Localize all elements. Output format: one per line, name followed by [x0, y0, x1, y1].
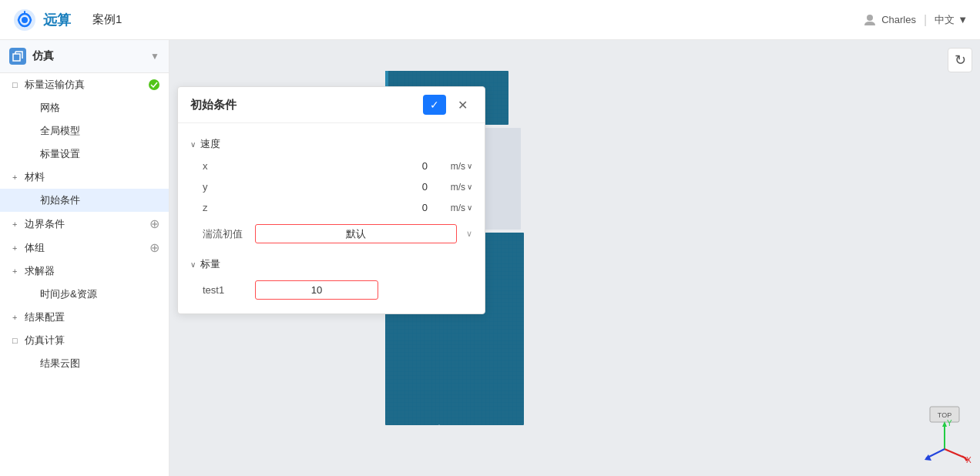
- cube-icon: [9, 48, 26, 65]
- label-y: y: [203, 181, 218, 193]
- sidebar-label-initial-conditions: 初始条件: [40, 193, 159, 207]
- content-area: 初始条件 ✓ ✕ ∨ 速度 x 0 m/s ∨ y 0 m/s ∨: [169, 40, 980, 476]
- section-label-speed: 速度: [200, 137, 220, 151]
- axis-indicator: TOP Y X: [918, 403, 972, 464]
- sidebar-item-time-step[interactable]: 时间步&资源: [0, 283, 169, 306]
- label-x: x: [203, 160, 218, 172]
- form-row-y: y 0 m/s ∨: [178, 176, 485, 197]
- sidebar-label-scalar-settings: 标量设置: [40, 147, 159, 161]
- value-z: 0: [224, 202, 428, 213]
- section-header-speed[interactable]: ∨ 速度: [178, 132, 485, 156]
- cube-shape: [12, 51, 23, 62]
- sidebar-label-global-model: 全局模型: [40, 124, 159, 138]
- unit-z[interactable]: m/s ∨: [434, 203, 472, 213]
- expand-icon-result-config: +: [12, 313, 25, 322]
- sidebar-label-boundary-conditions: 边界条件: [25, 217, 149, 231]
- label-z: z: [203, 202, 218, 213]
- project-name: 案例1: [92, 12, 122, 27]
- value-x: 0: [224, 160, 428, 172]
- section-label-scalar: 标量: [200, 257, 220, 271]
- value-y: 0: [224, 181, 428, 193]
- logo-icon: [12, 8, 37, 32]
- label-turbulence: 湍流初值: [203, 227, 249, 241]
- svg-line-17: [945, 449, 966, 458]
- form-row-z: z 0 m/s ∨: [178, 197, 485, 218]
- svg-text:TOP: TOP: [938, 411, 951, 419]
- section-chevron-speed: ∨: [190, 140, 196, 149]
- svg-rect-3: [13, 54, 20, 61]
- sidebar-label-simulation-calc: 仿真计算: [25, 334, 159, 347]
- form-row-turbulence: 湍流初值 ∨: [178, 218, 485, 248]
- sidebar-item-initial-conditions[interactable]: 初始条件: [0, 189, 169, 212]
- sidebar-item-simulation-calc[interactable]: □ 仿真计算: [0, 329, 169, 352]
- brand-name: 远算: [43, 11, 71, 29]
- turbulence-dropdown-icon[interactable]: ∨: [466, 229, 472, 239]
- dialog-close-button[interactable]: ✕: [452, 95, 472, 115]
- dialog-body: ∨ 速度 x 0 m/s ∨ y 0 m/s ∨ z 0 m/s ∨: [178, 123, 485, 313]
- add-boundary-icon[interactable]: ⊕: [149, 216, 159, 231]
- expand-icon-boundary-conditions: +: [12, 220, 25, 229]
- expand-icon-scalar-transport: □: [12, 80, 25, 89]
- expand-icon-volume-groups: +: [12, 243, 25, 253]
- username: Charles: [881, 14, 916, 25]
- status-icon-scalar-transport: [149, 79, 159, 90]
- dialog-title: 初始条件: [190, 98, 417, 112]
- divider: |: [924, 13, 927, 27]
- sidebar-label-material: 材料: [25, 170, 159, 184]
- language-label: 中文: [935, 13, 955, 27]
- sidebar-label-result-config: 结果配置: [25, 310, 159, 324]
- sidebar-label-volume-groups: 体组: [25, 241, 149, 255]
- sidebar-item-mesh[interactable]: 网格: [0, 96, 169, 119]
- logo-area: 远算 案例1: [12, 8, 122, 32]
- sidebar-item-result-cloud[interactable]: 结果云图: [0, 352, 169, 375]
- sidebar-item-solver[interactable]: + 求解器: [0, 260, 169, 283]
- form-row-test1: test1: [178, 276, 485, 304]
- sidebar-item-volume-groups[interactable]: + 体组 ⊕: [0, 236, 169, 260]
- topbar: 远算 案例1 Charles | 中文 ▼: [0, 0, 980, 40]
- sidebar-item-scalar-settings[interactable]: 标量设置: [0, 142, 169, 166]
- svg-point-2: [867, 15, 873, 21]
- expand-icon-material: +: [12, 173, 25, 182]
- sidebar-label-scalar-transport: 标量运输仿真: [25, 78, 149, 92]
- svg-point-1: [22, 17, 28, 23]
- language-selector[interactable]: 中文 ▼: [935, 13, 968, 27]
- right-area: Charles | 中文 ▼: [863, 13, 968, 27]
- expand-icon-simulation-calc: □: [12, 336, 25, 345]
- sidebar-label-solver: 求解器: [25, 264, 159, 278]
- form-row-x: x 0 m/s ∨: [178, 156, 485, 176]
- label-test1: test1: [203, 284, 249, 296]
- section-chevron-scalar: ∨: [190, 260, 196, 269]
- svg-text:Y: Y: [947, 419, 952, 427]
- main-layout: 仿真 ▼ □ 标量运输仿真 网格 全局模型 标量设置 + 材料: [0, 40, 980, 476]
- user-icon: [863, 13, 877, 27]
- refresh-icon: ↻: [955, 52, 966, 69]
- sidebar-label-mesh: 网格: [40, 101, 159, 115]
- sidebar-item-global-model[interactable]: 全局模型: [0, 119, 169, 142]
- dialog-header: 初始条件 ✓ ✕: [178, 87, 485, 123]
- sidebar-item-result-config[interactable]: + 结果配置: [0, 306, 169, 329]
- expand-icon-solver: +: [12, 266, 25, 276]
- user-area[interactable]: Charles: [863, 13, 916, 27]
- dialog-confirm-button[interactable]: ✓: [423, 95, 446, 115]
- sidebar: 仿真 ▼ □ 标量运输仿真 网格 全局模型 标量设置 + 材料: [0, 40, 169, 476]
- svg-text:X: X: [966, 456, 972, 464]
- sidebar-item-scalar-transport[interactable]: □ 标量运输仿真: [0, 73, 169, 96]
- unit-y[interactable]: m/s ∨: [434, 182, 472, 193]
- sidebar-header: 仿真 ▼: [0, 40, 169, 73]
- test1-input[interactable]: [255, 280, 378, 300]
- sidebar-item-material[interactable]: + 材料: [0, 166, 169, 189]
- refresh-button[interactable]: ↻: [948, 48, 972, 72]
- unit-x[interactable]: m/s ∨: [434, 161, 472, 172]
- section-header-scalar[interactable]: ∨ 标量: [178, 253, 485, 276]
- turbulence-input[interactable]: [255, 224, 457, 243]
- sidebar-collapse-icon[interactable]: ▼: [150, 51, 159, 62]
- initial-conditions-dialog: 初始条件 ✓ ✕ ∨ 速度 x 0 m/s ∨ y 0 m/s ∨: [177, 86, 485, 314]
- sidebar-label-result-cloud: 结果云图: [40, 357, 159, 370]
- add-volume-icon[interactable]: ⊕: [149, 240, 159, 255]
- sidebar-label-time-step: 时间步&资源: [40, 287, 159, 301]
- sidebar-title: 仿真: [32, 49, 144, 63]
- sidebar-item-boundary-conditions[interactable]: + 边界条件 ⊕: [0, 212, 169, 236]
- lang-arrow-icon: ▼: [958, 14, 968, 25]
